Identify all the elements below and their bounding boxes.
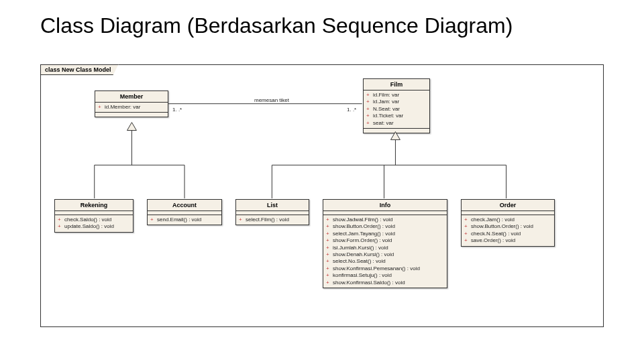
ops-section: +check.Saldo() : void+update.Saldo() : v… xyxy=(55,215,133,232)
member-signature: id.Jam: var xyxy=(373,99,399,105)
class-member-row: +seat: var xyxy=(364,120,429,127)
class-member-row: +save.Order() : void xyxy=(462,237,554,244)
visibility: + xyxy=(239,217,246,223)
association-label: memesan tiket xyxy=(254,97,289,103)
class-member-row: +send.Email() : void xyxy=(148,217,221,223)
member-signature: select.No.Seat() : void xyxy=(333,258,386,265)
visibility: + xyxy=(464,217,471,223)
class-member-row: +select.Film() : void xyxy=(236,217,309,223)
member-signature: show.Konfirmasi.Pemesanan() : void xyxy=(333,265,420,272)
class-member-row: +show.Konfirmasi.Saldo() : void xyxy=(323,280,447,286)
visibility: + xyxy=(366,99,373,105)
member-signature: show.Form.Order() : void xyxy=(333,237,392,244)
class-member-row: +check.N.Seat() : void xyxy=(462,231,554,237)
visibility: + xyxy=(464,237,471,244)
member-signature: show.Konfirmasi.Saldo() : void xyxy=(333,280,405,286)
class-member-row: +select.Jam.Tayang() : void xyxy=(323,231,447,237)
visibility: + xyxy=(326,272,333,279)
visibility: + xyxy=(326,258,333,265)
class-order: Order +check.Jam() : void+show.Button.Or… xyxy=(461,199,555,247)
class-member-row: +show.Denah.Kursi() : void xyxy=(323,251,447,258)
visibility: + xyxy=(326,217,333,223)
visibility: + xyxy=(58,223,64,230)
visibility: + xyxy=(58,217,64,223)
visibility: + xyxy=(326,223,333,230)
member-signature: check.Jam() : void xyxy=(471,217,515,223)
class-member-row: +id.Jam: var xyxy=(364,99,429,105)
visibility: + xyxy=(464,231,471,237)
class-member-row: +update.Saldo() : void xyxy=(55,223,133,230)
member-signature: update.Saldo() : void xyxy=(64,223,114,230)
member-signature: id.Member: var xyxy=(105,104,140,111)
member-signature: N.Seat: var xyxy=(373,106,400,113)
ops-section: +show.Jadwal.Film() : void+show.Button.O… xyxy=(323,215,447,288)
member-signature: seat: var xyxy=(373,120,394,127)
mult-right: 1. .* xyxy=(347,107,356,113)
visibility: + xyxy=(326,280,333,286)
visibility: + xyxy=(366,106,373,113)
visibility: + xyxy=(464,223,471,230)
class-name: Rekening xyxy=(55,200,133,211)
member-signature: check.Saldo() : void xyxy=(64,217,111,223)
member-signature: show.Jadwal.Film() : void xyxy=(333,217,392,223)
visibility: + xyxy=(326,265,333,272)
class-name: Info xyxy=(323,200,447,211)
member-signature: id.Ticket: var xyxy=(373,113,403,119)
class-member-row: +id.Film: var xyxy=(364,92,429,99)
member-signature: konfirmasi.Setuju() : void xyxy=(333,272,392,279)
class-info: Info +show.Jadwal.Film() : void+show.But… xyxy=(323,199,447,288)
member-signature: id.Film: var xyxy=(373,92,399,99)
class-member-row: +show.Konfirmasi.Pemesanan() : void xyxy=(323,265,447,272)
member-signature: show.Denah.Kursi() : void xyxy=(333,251,394,258)
mult-left: 1. .* xyxy=(172,107,182,113)
class-member-row: +show.Jadwal.Film() : void xyxy=(323,217,447,223)
class-film: Film +id.Film: var+id.Jam: var+N.Seat: v… xyxy=(363,78,430,133)
visibility: + xyxy=(150,217,157,223)
class-member-row: +konfirmasi.Setuju() : void xyxy=(323,272,447,279)
class-name: Account xyxy=(148,200,221,211)
attrs-section: +id.Film: var+id.Jam: var+N.Seat: var+id… xyxy=(364,90,429,129)
class-member-row: +show.Button.Order() : void xyxy=(462,223,554,230)
class-name: Film xyxy=(364,79,429,90)
visibility: + xyxy=(326,231,333,237)
member-signature: save.Order() : void xyxy=(471,237,515,244)
svg-marker-1 xyxy=(127,123,136,131)
ops-section: +check.Jam() : void+show.Button.Order() … xyxy=(462,215,554,246)
member-signature: show.Button.Order() : void xyxy=(471,223,533,230)
visibility: + xyxy=(366,113,373,119)
class-name: Order xyxy=(462,200,554,211)
member-signature: select.Film() : void xyxy=(246,217,289,223)
ops-section xyxy=(364,129,429,133)
class-list: List +select.Film() : void xyxy=(235,199,309,225)
member-signature: show.Button.Order() : void xyxy=(333,223,395,230)
ops-section xyxy=(95,113,168,117)
class-member: Member +id.Member: var xyxy=(95,90,168,117)
visibility: + xyxy=(98,104,105,111)
class-rekening: Rekening +check.Saldo() : void+update.Sa… xyxy=(54,199,133,233)
class-account: Account +send.Email() : void xyxy=(147,199,222,225)
member-signature: send.Email() : void xyxy=(157,217,201,223)
class-member-row: +check.Jam() : void xyxy=(462,217,554,223)
visibility: + xyxy=(326,251,333,258)
class-member-row: +isi.Jumlah.Kursi() : void xyxy=(323,245,447,251)
class-member-row: +id.Member: var xyxy=(95,104,168,111)
visibility: + xyxy=(366,92,373,99)
visibility: + xyxy=(326,245,333,251)
class-member-row: +check.Saldo() : void xyxy=(55,217,133,223)
class-member-row: +show.Form.Order() : void xyxy=(323,237,447,244)
page-title: Class Diagram (Berdasarkan Sequence Diag… xyxy=(40,13,513,38)
diagram-frame: class New Class Model Member +id.Member:… xyxy=(40,64,604,327)
ops-section: +send.Email() : void xyxy=(148,215,221,225)
class-member-row: +N.Seat: var xyxy=(364,106,429,113)
class-name: Member xyxy=(95,91,168,103)
visibility: + xyxy=(366,120,373,127)
visibility: + xyxy=(326,237,333,244)
class-member-row: +id.Ticket: var xyxy=(364,113,429,119)
class-name: List xyxy=(236,200,309,211)
member-signature: select.Jam.Tayang() : void xyxy=(333,231,395,237)
class-member-row: +show.Button.Order() : void xyxy=(323,223,447,230)
attrs-section: +id.Member: var xyxy=(95,103,168,113)
member-signature: check.N.Seat() : void xyxy=(471,231,521,237)
ops-section: +select.Film() : void xyxy=(236,215,309,225)
member-signature: isi.Jumlah.Kursi() : void xyxy=(333,245,388,251)
